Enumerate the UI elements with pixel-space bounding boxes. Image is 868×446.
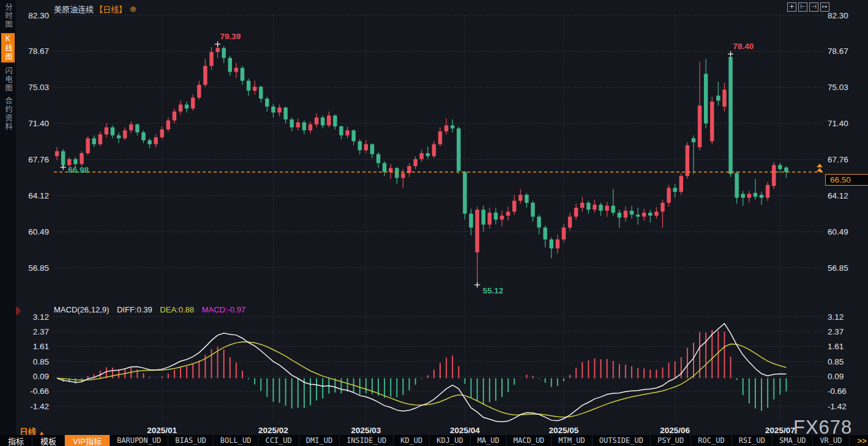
toolbar-tab-barupdn_ud[interactable]: BARUPDN_UD — [110, 435, 168, 446]
toolbar-tab-sma_ud[interactable]: SMA_UD — [773, 435, 813, 446]
toolbar-tab-vr_ud[interactable]: VR_UD — [813, 435, 849, 446]
crosshair-tool-icon[interactable]: + — [787, 2, 796, 12]
svg-text:78.40: 78.40 — [733, 42, 754, 51]
svg-text:64.12: 64.12 — [28, 191, 49, 200]
svg-text:75.03: 75.03 — [828, 83, 848, 92]
svg-text:0.85: 0.85 — [828, 357, 844, 366]
macd-dea-value: DEA:0.88 — [160, 305, 194, 314]
svg-text:3.12: 3.12 — [33, 312, 49, 322]
macd-macd-value: MACD:-0.97 — [202, 305, 246, 314]
toolbar-tab-macd_ud[interactable]: MACD_UD — [507, 435, 552, 446]
svg-text:2.37: 2.37 — [828, 327, 844, 336]
toolbar-tab-ma_ud[interactable]: MA_UD — [471, 435, 507, 446]
svg-text:78.67: 78.67 — [828, 47, 848, 56]
indicator-toolbar: 指标模板VIP指标BARUPDN_UDBIAS_UDBOLL_UDCCI_UDD… — [0, 435, 868, 446]
toolbar-tab->>[interactable]: >> — [850, 435, 868, 446]
jump-latest-icon[interactable]: ↦ — [820, 2, 829, 12]
toolbar-tab-dmi_ud[interactable]: DMI_UD — [299, 435, 340, 446]
svg-text:64.12: 64.12 — [828, 191, 848, 200]
toolbar-tab-rsi_ud[interactable]: RSI_UD — [732, 435, 773, 446]
svg-text:1.61: 1.61 — [828, 342, 844, 351]
toolbar-tab-boll_ud[interactable]: BOLL_UD — [214, 435, 259, 446]
toolbar-tab-vip指标[interactable]: VIP指标 — [65, 435, 110, 446]
app-window: 82.3082.3078.6778.6775.0375.0371.4071.40… — [0, 0, 868, 446]
svg-text:2025/07: 2025/07 — [765, 426, 795, 435]
svg-text:-0.66: -0.66 — [30, 387, 49, 396]
svg-text:75.03: 75.03 — [28, 83, 49, 92]
svg-text:55.12: 55.12 — [483, 286, 504, 295]
period-tag: 【日线】 — [95, 3, 127, 15]
svg-text:-0.66: -0.66 — [828, 387, 847, 396]
svg-text:3.12: 3.12 — [828, 312, 844, 322]
candlestick-chart[interactable]: 82.3082.3078.6778.6775.0375.0371.4071.40… — [0, 0, 868, 446]
svg-text:0.09: 0.09 — [828, 372, 844, 381]
svg-text:1.61: 1.61 — [33, 342, 49, 351]
toolbar-tab-bias_ud[interactable]: BIAS_UD — [168, 435, 214, 446]
last-price-tag: 66.50 — [825, 174, 868, 186]
axis-left-icon[interactable]: ⊢ — [798, 2, 807, 12]
svg-text:-1.42: -1.42 — [828, 402, 847, 411]
chart-title: 美原油连续 【日线】 ⊕ — [54, 3, 137, 15]
circle-plus-icon[interactable]: ⊕ — [130, 4, 137, 13]
macd-name: MACD(26,12,9) — [54, 305, 109, 314]
svg-text:82.30: 82.30 — [828, 11, 848, 20]
svg-text:78.67: 78.67 — [28, 47, 49, 56]
svg-text:56.85: 56.85 — [28, 263, 49, 273]
svg-text:-1.42: -1.42 — [30, 402, 49, 411]
toolbar-tab-kd_ud[interactable]: KD_UD — [394, 435, 430, 446]
svg-text:2.37: 2.37 — [33, 327, 49, 336]
macd-diff-value: DIFF:0.39 — [117, 305, 152, 314]
svg-text:71.40: 71.40 — [28, 119, 49, 128]
toolbar-tab-模板[interactable]: 模板 — [32, 435, 65, 446]
toolbar-tab-psy_ud[interactable]: PSY_UD — [651, 435, 691, 446]
svg-text:79.39: 79.39 — [220, 32, 241, 41]
svg-text:60.49: 60.49 — [828, 227, 848, 236]
chart-tool-icons: +⊢⊣↦ — [787, 2, 829, 12]
sidebar-item-闪电图[interactable]: 闪电图 — [1, 67, 15, 93]
svg-text:2025/03: 2025/03 — [351, 426, 381, 435]
svg-text:82.30: 82.30 — [28, 11, 49, 20]
svg-text:2025/01: 2025/01 — [147, 426, 177, 435]
svg-text:2025/04: 2025/04 — [450, 426, 480, 435]
sidebar-item-K线图[interactable]: K线图 — [1, 33, 15, 62]
macd-readout: MACD(26,12,9) DIFF:0.39 DEA:0.88 MACD:-0… — [54, 305, 251, 314]
svg-text:71.40: 71.40 — [828, 119, 848, 128]
toolbar-tab-指标[interactable]: 指标 — [0, 435, 32, 446]
toolbar-tab-outside_ud[interactable]: OUTSIDE_UD — [593, 435, 651, 446]
toolbar-tab-inside_ud[interactable]: INSIDE_UD — [340, 435, 394, 446]
axis-right-icon[interactable]: ⊣ — [809, 2, 818, 12]
svg-text:56.85: 56.85 — [828, 263, 848, 273]
left-sidebar: 分时图K线图闪电图合约资料 — [0, 0, 16, 435]
toolbar-tab-cci_ud[interactable]: CCI_UD — [258, 435, 299, 446]
svg-text:2025/02: 2025/02 — [258, 426, 288, 435]
sidebar-item-分时图[interactable]: 分时图 — [1, 3, 15, 29]
svg-text:2025/05: 2025/05 — [549, 426, 579, 435]
toolbar-tab-mtm_ud[interactable]: MTM_UD — [552, 435, 592, 446]
toolbar-tab-roc_ud[interactable]: ROC_UD — [691, 435, 731, 446]
price-up-arrows-icon — [817, 164, 823, 172]
symbol-name: 美原油连续 — [54, 3, 94, 15]
svg-text:2025/06: 2025/06 — [660, 426, 690, 435]
svg-text:0.85: 0.85 — [33, 357, 49, 366]
svg-text:67.76: 67.76 — [28, 155, 49, 164]
svg-text:60.49: 60.49 — [28, 227, 49, 236]
svg-text:67.76: 67.76 — [828, 155, 848, 164]
svg-text:66.98: 66.98 — [68, 165, 89, 175]
svg-text:0.09: 0.09 — [33, 372, 49, 381]
sidebar-item-合约资料[interactable]: 合约资料 — [1, 97, 15, 131]
toolbar-tab-kdj_ud[interactable]: KDJ_UD — [430, 435, 470, 446]
